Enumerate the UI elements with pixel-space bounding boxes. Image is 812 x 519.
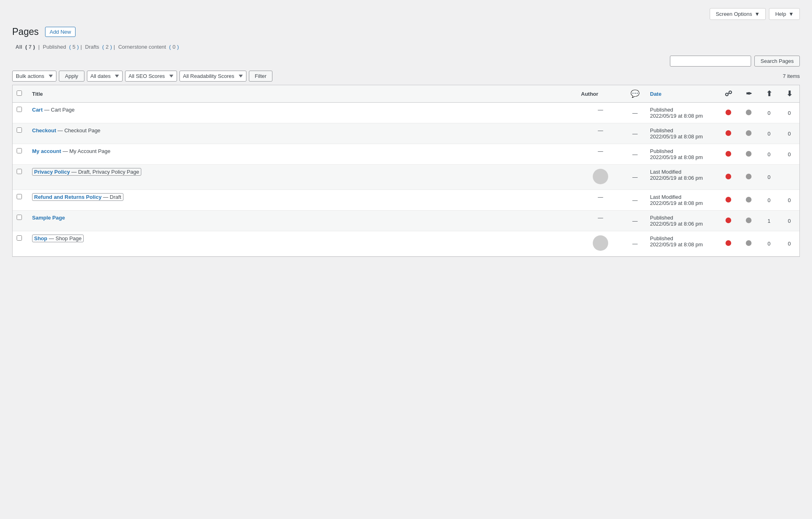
seo-score-dot	[726, 130, 731, 136]
author-cell	[576, 165, 625, 190]
row-checkbox[interactable]	[17, 235, 22, 241]
linked-icon: ⬇	[786, 90, 793, 98]
screen-options-label: Screen Options	[716, 11, 752, 17]
pages-table: Title Author 💬 Date ☍ ✒ ⬆	[13, 85, 799, 256]
add-new-button[interactable]: Add New	[45, 27, 76, 37]
links-cell: 0	[759, 190, 779, 211]
page-title-link[interactable]: Sample Page	[32, 215, 65, 221]
filter-button[interactable]: Filter	[249, 71, 273, 82]
page-title-link[interactable]: Refund and Returns Policy	[34, 194, 102, 200]
page-title-link[interactable]: My account	[32, 148, 61, 154]
search-bar: Search Pages	[12, 56, 800, 67]
filter-cornerstone[interactable]: Cornerstone content (0)	[117, 44, 179, 50]
linked-cell: 0	[779, 231, 799, 256]
filter-all[interactable]: All (7)	[14, 44, 35, 50]
links-cell: 0	[759, 165, 779, 190]
comment-cell: —	[625, 211, 645, 231]
apply-button[interactable]: Apply	[59, 71, 84, 82]
table-row: Refund and Returns Policy — Draft——Last …	[13, 190, 799, 211]
title-column-header[interactable]: Title	[27, 85, 576, 103]
filter-drafts[interactable]: Drafts (2)	[84, 44, 112, 50]
page-title-link[interactable]: Checkout	[32, 127, 56, 134]
page-header: Pages Add New	[12, 26, 800, 37]
seo-score-cell	[718, 231, 739, 256]
row-checkbox-cell	[13, 103, 27, 123]
table-row: Sample Page——Published2022/05/19 at 8:06…	[13, 211, 799, 231]
date-status: Published	[650, 127, 673, 134]
row-checkbox-cell	[13, 190, 27, 211]
select-all-header	[13, 85, 27, 103]
row-checkbox-cell	[13, 165, 27, 190]
title-cell: Sample Page	[27, 211, 576, 231]
row-checkbox[interactable]	[17, 107, 22, 112]
date-cell: Published2022/05/19 at 8:08 pm	[645, 103, 718, 123]
date-cell: Last Modified2022/05/19 at 8:08 pm	[645, 190, 718, 211]
filter-bar: Bulk actions Apply All dates All SEO Sco…	[12, 71, 800, 82]
filter-links: All (7) | Published (5) | Drafts (2) | C…	[12, 44, 800, 50]
row-checkbox[interactable]	[17, 215, 22, 220]
date-value: 2022/05/19 at 8:06 pm	[650, 175, 703, 181]
page-title-suffix: — Draft, Privacy Policy Page	[70, 169, 139, 175]
readability-cell	[739, 103, 759, 123]
seo-score-cell	[718, 144, 739, 165]
links-column-header: ⬆	[759, 85, 779, 103]
page-title-link[interactable]: Cart	[32, 107, 43, 113]
linked-cell	[779, 165, 799, 190]
all-seo-scores-select[interactable]: All SEO Scores	[125, 71, 177, 82]
row-checkbox[interactable]	[17, 194, 22, 199]
date-status: Published	[650, 215, 673, 221]
title-cell: Refund and Returns Policy — Draft	[27, 190, 576, 211]
readability-cell	[739, 190, 759, 211]
date-status: Published	[650, 148, 673, 154]
seo-score-cell	[718, 211, 739, 231]
items-count: 7 items	[783, 73, 800, 79]
readability-column-header: ✒	[739, 85, 759, 103]
seo-score-dot	[726, 110, 731, 115]
date-column-header[interactable]: Date	[645, 85, 718, 103]
pages-table-wrap: Title Author 💬 Date ☍ ✒ ⬆	[12, 85, 800, 257]
readability-dot	[746, 240, 752, 246]
filter-published[interactable]: Published (5)	[41, 44, 79, 50]
search-input[interactable]	[670, 56, 751, 67]
date-value: 2022/05/19 at 8:08 pm	[650, 113, 703, 119]
top-bar: Screen Options ▼ Help ▼	[12, 8, 800, 20]
linked-cell: 0	[779, 211, 799, 231]
readability-icon: ✒	[746, 90, 752, 98]
readability-dot	[746, 197, 752, 202]
readability-cell	[739, 123, 759, 144]
title-cell: Shop — Shop Page	[27, 231, 576, 256]
all-readability-scores-select[interactable]: All Readability Scores	[179, 71, 246, 82]
select-all-checkbox[interactable]	[17, 90, 22, 96]
search-pages-button[interactable]: Search Pages	[754, 56, 800, 67]
comment-cell: —	[625, 103, 645, 123]
readability-cell	[739, 165, 759, 190]
author-column-header[interactable]: Author	[576, 85, 625, 103]
page-title-suffix: — Shop Page	[48, 235, 82, 241]
comment-cell: —	[625, 190, 645, 211]
readability-dot	[746, 174, 752, 179]
chevron-down-icon: ▼	[755, 11, 760, 17]
row-checkbox[interactable]	[17, 169, 22, 174]
table-row: My account — My Account Page——Published2…	[13, 144, 799, 165]
linked-column-header: ⬇	[779, 85, 799, 103]
links-cell: 1	[759, 211, 779, 231]
row-checkbox-cell	[13, 144, 27, 165]
links-icon: ⬆	[766, 90, 772, 98]
links-cell: 0	[759, 103, 779, 123]
seo-score-dot	[726, 151, 731, 157]
readability-cell	[739, 211, 759, 231]
page-title-link[interactable]: Shop	[34, 235, 48, 241]
help-button[interactable]: Help ▼	[769, 8, 800, 20]
all-dates-select[interactable]: All dates	[87, 71, 123, 82]
links-cell: 0	[759, 144, 779, 165]
author-cell	[576, 231, 625, 256]
screen-options-button[interactable]: Screen Options ▼	[710, 8, 766, 20]
avatar	[593, 235, 608, 251]
readability-dot	[746, 151, 752, 157]
page-title-link[interactable]: Privacy Policy	[34, 169, 70, 175]
row-checkbox[interactable]	[17, 127, 22, 133]
row-checkbox[interactable]	[17, 148, 22, 153]
date-cell: Published2022/05/19 at 8:08 pm	[645, 144, 718, 165]
comment-cell: —	[625, 123, 645, 144]
bulk-actions-select[interactable]: Bulk actions	[12, 71, 56, 82]
